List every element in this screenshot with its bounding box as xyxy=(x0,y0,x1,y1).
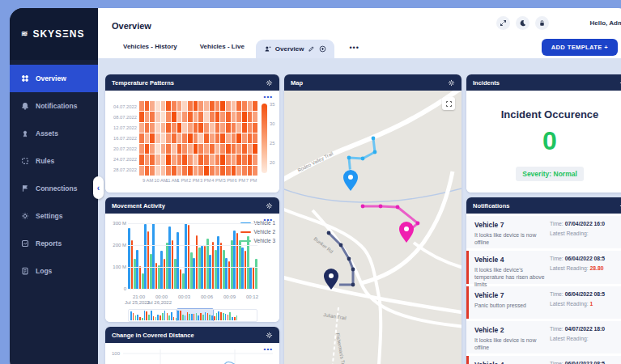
legend-item-vehicle-3[interactable]: Vehicle 3 xyxy=(240,238,275,243)
sidebar-item-overview[interactable]: Overview xyxy=(10,65,98,92)
heatmap-row-label: 20.07.2022 xyxy=(107,146,137,151)
notification-message: It looks like device is now offline xyxy=(474,336,548,351)
bar xyxy=(236,233,238,290)
sidebar-item-reports[interactable]: Reports xyxy=(10,230,98,257)
notification-item[interactable]: Vehicle 4It looks like device's temperat… xyxy=(466,356,621,364)
heatmap-cell xyxy=(232,112,236,121)
notification-vehicle: Vehicle 4 xyxy=(474,256,548,264)
notification-item[interactable]: Vehicle 7It looks like device is now off… xyxy=(466,216,621,248)
legend-swatch xyxy=(240,231,251,233)
map-fullscreen-button[interactable] xyxy=(442,97,455,110)
sidebar-item-logs[interactable]: Logs xyxy=(10,257,98,285)
heatmap-cell xyxy=(232,123,236,133)
sidebar-item-rules[interactable]: Rules xyxy=(10,147,98,175)
gear-icon[interactable] xyxy=(266,79,273,87)
bar xyxy=(139,266,141,290)
flag-icon xyxy=(21,184,29,193)
brush-bar xyxy=(198,315,199,320)
heatmap-cell xyxy=(172,101,177,111)
heatmap-cell xyxy=(177,123,182,133)
sidebar-item-settings[interactable]: Settings xyxy=(10,202,98,230)
pencil-icon[interactable] xyxy=(308,45,315,53)
heatmap-cell xyxy=(220,123,225,133)
heatmap-cell xyxy=(150,154,155,164)
fullscreen-icon xyxy=(445,100,453,108)
heatmap-col-label: 4 PM xyxy=(211,178,223,183)
tab-vehicles-history[interactable]: Vehicles - History xyxy=(112,36,189,58)
heatmap-cell xyxy=(242,112,247,121)
heatmap-col-label: 5 PM xyxy=(223,178,234,183)
map-road-label: Bunker Rd xyxy=(313,236,334,254)
heatmap-cell xyxy=(242,144,247,154)
heatmap-cell xyxy=(253,144,257,154)
bar-group xyxy=(249,259,257,290)
bar xyxy=(220,243,222,290)
heatmap-cell xyxy=(155,144,160,154)
brush-bar xyxy=(146,311,147,320)
sidebar-collapse-button[interactable]: ‹ xyxy=(93,176,104,199)
heatmap-cell xyxy=(161,154,166,164)
brush-bar xyxy=(155,317,157,321)
distance-line-chart xyxy=(123,349,277,364)
dark-mode-button[interactable] xyxy=(516,16,530,30)
brush-bar xyxy=(209,315,211,320)
brush-bar xyxy=(139,317,141,320)
distance-ytick-100: 100 xyxy=(112,351,120,356)
brush-bar xyxy=(137,315,138,320)
brush-navigator[interactable] xyxy=(128,309,257,322)
notification-item[interactable]: Vehicle 4It looks like device's temperat… xyxy=(466,251,621,284)
bar xyxy=(128,228,130,290)
vehicle-pin-pink[interactable] xyxy=(399,222,414,243)
heatmap-cell xyxy=(194,123,198,133)
gear-icon[interactable] xyxy=(266,332,273,339)
expand-button[interactable] xyxy=(496,16,510,30)
heatmap-cell xyxy=(242,123,247,133)
heatmap-cell xyxy=(204,112,209,121)
heatmap-cell xyxy=(161,101,166,111)
add-template-button[interactable]: ADD TEMPLATE + xyxy=(542,39,618,56)
brush-bar xyxy=(202,315,204,320)
heatmap-cell xyxy=(220,154,225,164)
map-canvas[interactable]: Rodeo Valley Trail Bunker Rd Julian Trai… xyxy=(284,91,461,364)
heatmap-cell xyxy=(155,123,160,133)
heatmap-cell xyxy=(155,101,160,111)
temperature-panel-menu[interactable]: ••• xyxy=(264,93,273,100)
gear-icon[interactable] xyxy=(266,202,273,210)
heatmap-cell xyxy=(194,154,198,164)
route-vehicle-navy[interactable] xyxy=(324,231,355,290)
tab-overview[interactable]: Overview xyxy=(256,40,335,58)
sidebar-item-connections[interactable]: Connections xyxy=(10,175,98,202)
tab-vehicles-live[interactable]: Vehicles - Live xyxy=(189,36,256,58)
route-vehicle-pink[interactable] xyxy=(361,205,420,243)
sidebar-item-label: Reports xyxy=(36,239,62,248)
heatmap-cell xyxy=(220,166,225,176)
bar xyxy=(180,269,181,290)
tabs-more-button[interactable]: ••• xyxy=(334,37,373,58)
sidebar-item-notifications[interactable]: Notifications xyxy=(10,92,98,120)
broadcast-icon xyxy=(21,129,29,138)
gear-icon[interactable] xyxy=(448,79,455,87)
vehicle-pin-blue[interactable] xyxy=(343,170,358,191)
distance-panel-title: Change in Covered Distance xyxy=(112,332,194,339)
lock-button[interactable] xyxy=(535,16,549,30)
legend-label: Vehicle 3 xyxy=(254,238,275,243)
brush-bar xyxy=(180,311,181,320)
bar-xsubtick: Jul 26,2022 xyxy=(147,300,172,305)
heatmap-cell xyxy=(150,123,155,133)
heatmap-cell xyxy=(226,101,231,111)
heatmap-cell xyxy=(204,101,209,111)
legend-item-vehicle-2[interactable]: Vehicle 2 xyxy=(240,229,275,235)
heatmap-cell xyxy=(248,154,253,164)
plus-circle-icon[interactable] xyxy=(319,45,326,53)
sidebar-item-assets[interactable]: Assets xyxy=(10,120,98,147)
legend-label: Vehicle 2 xyxy=(254,229,275,235)
notification-item[interactable]: Vehicle 7Panic button pressedTime: 06/04… xyxy=(466,286,621,319)
notification-time: Time: 06/04/2022 08:5 xyxy=(550,291,621,297)
heatmap-cell xyxy=(194,133,198,143)
brush-bar xyxy=(236,315,238,320)
app-window: ≋ SKYSΞNS OverviewNotificationsAssetsRul… xyxy=(10,8,621,364)
notification-item[interactable]: Vehicle 2It looks like device is now off… xyxy=(466,321,621,353)
heatmap-cell xyxy=(182,133,187,143)
notification-vehicle: Vehicle 7 xyxy=(474,291,548,299)
bar xyxy=(152,223,154,290)
